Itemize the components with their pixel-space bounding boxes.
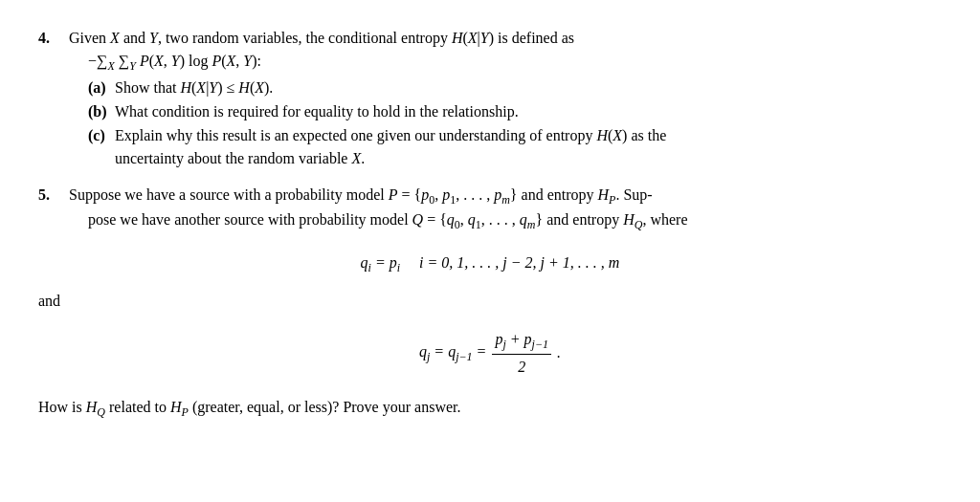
problem-5-intro: Suppose we have a source with a probabil… bbox=[69, 186, 653, 203]
fraction-numerator: pj + pj−1 bbox=[492, 328, 551, 355]
problem-5-line2: pose we have another source with probabi… bbox=[88, 208, 942, 233]
problem-4: 4. Given X and Y, two random variables, … bbox=[38, 27, 942, 170]
fraction-period: . bbox=[557, 341, 561, 364]
problem-4-parts: (a) Show that H(X|Y) ≤ H(X). (b) What co… bbox=[88, 76, 942, 170]
problem-4-part-b: (b) What condition is required for equal… bbox=[88, 100, 942, 123]
fraction-denominator: 2 bbox=[515, 355, 528, 379]
part-a-label: (a) bbox=[88, 76, 115, 99]
fraction: pj + pj−1 2 bbox=[492, 328, 551, 379]
part-c-label: (c) bbox=[88, 124, 115, 147]
problem-5-number: 5. bbox=[38, 184, 65, 207]
problem-4-number: 4. bbox=[38, 27, 65, 50]
problem-4-formula: −∑X ∑Y P(X, Y) log P(X, Y): bbox=[88, 50, 942, 75]
part-c-text: Explain why this result is an expected o… bbox=[115, 124, 942, 170]
center-equation: qi = pi i = 0, 1, . . . , j − 2, j + 1, … bbox=[38, 251, 942, 276]
part-b-text: What condition is required for equality … bbox=[115, 100, 942, 123]
problem-5-header: 5. Suppose we have a source with a proba… bbox=[38, 184, 942, 208]
part-b-label: (b) bbox=[88, 100, 115, 123]
fraction-equation: qj = qj−1 = pj + pj−1 2 . bbox=[38, 328, 942, 379]
part-a-text: Show that H(X|Y) ≤ H(X). bbox=[115, 76, 942, 99]
how-is-line: How is HQ related to HP (greater, equal,… bbox=[38, 396, 942, 421]
problem-4-part-a: (a) Show that H(X|Y) ≤ H(X). bbox=[88, 76, 942, 99]
problem-4-header: 4. Given X and Y, two random variables, … bbox=[38, 27, 942, 50]
problem-4-intro: Given X and Y, two random variables, the… bbox=[69, 30, 574, 46]
and-word: and bbox=[38, 290, 942, 313]
problem-4-part-c: (c) Explain why this result is an expect… bbox=[88, 124, 942, 170]
problem-5: 5. Suppose we have a source with a proba… bbox=[38, 184, 942, 421]
fraction-eq-left: qj = qj−1 = bbox=[419, 340, 486, 365]
